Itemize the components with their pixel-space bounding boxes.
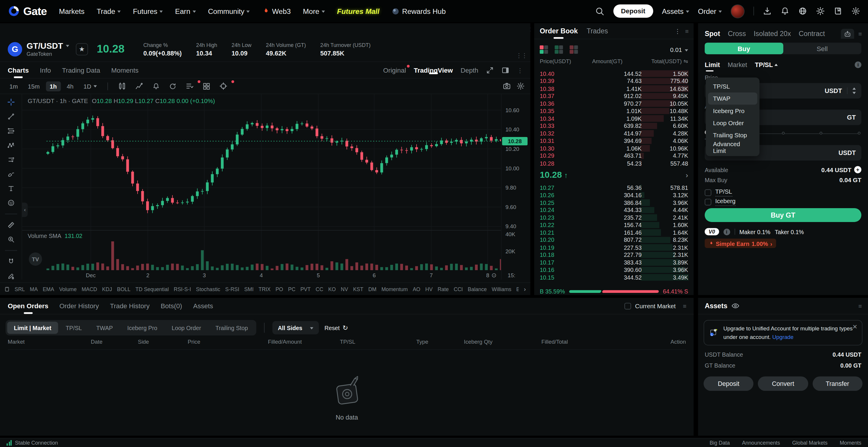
language-globe-icon[interactable] <box>798 7 807 15</box>
fib-lines-tool-icon[interactable] <box>6 127 16 134</box>
all-sides-select[interactable]: All Sides <box>272 321 319 334</box>
filter-iceberg-pro[interactable]: Iceberg Pro <box>120 321 164 333</box>
filter-trailing-stop[interactable]: Trailing Stop <box>209 321 254 333</box>
reset-button[interactable]: Reset↻ <box>324 324 348 331</box>
deposit-button[interactable]: Deposit <box>613 4 653 18</box>
tab-order-history[interactable]: Order History <box>59 298 99 314</box>
nav-item-rewards-hub[interactable]: Rewards Hub <box>392 7 445 15</box>
chart-settings-gear-icon[interactable] <box>516 82 525 90</box>
view-bids-icon[interactable] <box>555 45 563 54</box>
tab-depth[interactable]: Depth <box>461 66 478 74</box>
indicator-chip[interactable]: Volume <box>59 286 76 292</box>
indicator-chip[interactable]: CCI <box>454 286 463 292</box>
orders-book-icon[interactable] <box>834 7 843 15</box>
indicator-doc-icon[interactable] <box>4 286 10 293</box>
indicator-chip[interactable]: Momentum <box>381 286 408 292</box>
indicator-more-icon[interactable]: › <box>524 286 526 293</box>
tf-4h[interactable]: 4h <box>63 81 78 91</box>
orderbook-row[interactable]: 10.33639.826.60K <box>534 122 693 129</box>
orderbook-row[interactable]: 10.381.41K14.63K <box>534 85 693 92</box>
status-link-announcements[interactable]: Announcements <box>742 440 780 446</box>
tab-tradingview[interactable]: TradingView <box>414 66 453 74</box>
indicator-chip[interactable]: KST <box>353 286 364 292</box>
tab-spot[interactable]: Spot <box>705 30 720 37</box>
tab-open-orders[interactable]: Open Orders <box>8 298 49 314</box>
status-link-global-markets[interactable]: Global Markets <box>792 440 828 446</box>
drawing-lock-icon[interactable] <box>6 273 16 280</box>
indicator-chip[interactable]: NV <box>341 286 348 292</box>
type-tpsl-dropdown[interactable]: TP/SL <box>755 61 778 68</box>
orderbook-row[interactable]: 10.26304.163.12K <box>534 191 693 199</box>
precision-selector[interactable]: 0.01 <box>670 46 688 54</box>
search-icon[interactable] <box>595 6 604 16</box>
tab-original[interactable]: Original <box>383 66 406 74</box>
filter-loop-order[interactable]: Loop Order <box>165 321 208 333</box>
order-list-icon[interactable] <box>182 82 197 90</box>
step-up-icon[interactable] <box>852 87 856 90</box>
menu-item-iceberg-pro[interactable]: Iceberg Pro <box>708 104 757 117</box>
panel-drag-handle[interactable]: ⋮⋮ <box>516 52 527 59</box>
tpsl-checkbox-row[interactable]: TP/SL <box>705 188 732 197</box>
panel-drag-handle[interactable]: ≡ <box>858 302 861 310</box>
menu-item-tp-sl[interactable]: TP/SL <box>708 80 757 92</box>
tf-1m[interactable]: 1m <box>6 81 22 91</box>
camera-snapshot-icon[interactable] <box>503 82 511 90</box>
menu-item-advanced-limit[interactable]: Advanced Limit <box>708 141 757 153</box>
ruler-tool-icon[interactable] <box>6 221 16 228</box>
orderbook-row[interactable]: 10.31394.694.06K <box>534 137 693 145</box>
orderbook-row[interactable]: 10.2854.23557.48 <box>534 159 693 167</box>
panel-layout-icon[interactable] <box>502 66 509 74</box>
orderbook-row[interactable]: 10.19227.532.31K <box>534 244 693 251</box>
emoji-tool-icon[interactable] <box>6 199 16 206</box>
indicator-chip[interactable]: DM <box>368 286 376 292</box>
orderbook-row[interactable]: 10.15344.523.49K <box>534 274 693 281</box>
indicator-chip[interactable]: Williams <box>492 286 512 292</box>
sell-tab[interactable]: Sell <box>783 42 861 54</box>
buy-tab[interactable]: Buy <box>705 42 783 54</box>
view-asks-icon[interactable] <box>569 45 578 54</box>
chart-plot-area[interactable]: GT/USDT · 1h · GATE O10.28 H10.29 L10.27… <box>22 94 501 280</box>
indicator-chip[interactable]: KDJ <box>102 286 112 292</box>
orderbook-row[interactable]: 10.25386.843.96K <box>534 199 693 206</box>
orderbook-row[interactable]: 10.37912.029.45K <box>534 92 693 99</box>
zoom-in-tool-icon[interactable] <box>6 236 16 243</box>
close-icon[interactable]: ✕ <box>852 323 857 330</box>
orderbook-row[interactable]: 10.22156.741.60K <box>534 221 693 228</box>
notifications-bell-icon[interactable] <box>781 7 789 15</box>
slider-dot-50[interactable] <box>782 131 784 134</box>
gate-logo[interactable]: Gate <box>8 5 46 18</box>
filter-tp-sl[interactable]: TP/SL <box>59 321 89 333</box>
menu-item-twap[interactable]: TWAP <box>708 92 757 104</box>
order-menu[interactable]: Order <box>698 7 722 15</box>
tab-trades[interactable]: Trades <box>587 23 608 39</box>
transfer-button[interactable]: Transfer <box>812 377 862 391</box>
vip-tier-badge[interactable]: V0 <box>705 228 719 235</box>
nav-item-markets[interactable]: Markets <box>59 7 85 15</box>
nav-item-web3[interactable]: Web3 <box>262 7 291 15</box>
magnet-tool-icon[interactable] <box>6 258 16 265</box>
more-options-icon[interactable]: ⋮ <box>675 28 681 35</box>
indicator-chip[interactable]: BBW <box>516 286 519 292</box>
orderbook-row[interactable]: 10.18227.792.31K <box>534 251 693 258</box>
iceberg-checkbox[interactable] <box>705 198 712 205</box>
replay-icon[interactable] <box>165 82 180 90</box>
indicator-chip[interactable]: PVT <box>300 286 311 292</box>
orderbook-row[interactable]: 10.351.01K10.48K <box>534 107 693 115</box>
info-icon[interactable]: i <box>723 228 730 235</box>
slider-dot-100[interactable] <box>858 131 860 134</box>
filter-twap[interactable]: TWAP <box>90 321 120 333</box>
tpsl-checkbox[interactable] <box>705 189 712 196</box>
orderbook-row[interactable]: 10.2756.36578.81 <box>534 184 693 191</box>
orderbook-row[interactable]: 10.36970.2710.05K <box>534 100 693 107</box>
text-tool-icon[interactable] <box>6 185 16 192</box>
indicator-chip[interactable]: AO <box>413 286 421 292</box>
indicator-chip[interactable]: Rate <box>438 286 449 292</box>
indicator-chip[interactable]: BOLL <box>117 286 130 292</box>
indicators-icon[interactable] <box>132 82 147 90</box>
indicator-chip[interactable]: CC <box>316 286 323 292</box>
type-limit[interactable]: Limit <box>705 61 720 68</box>
indicator-chip[interactable]: RSI-S-I <box>174 286 191 292</box>
layout-grid-icon[interactable] <box>199 82 214 90</box>
indicator-chip[interactable]: TD Sequential <box>135 286 169 292</box>
tab-order-book[interactable]: Order Book <box>540 23 578 39</box>
